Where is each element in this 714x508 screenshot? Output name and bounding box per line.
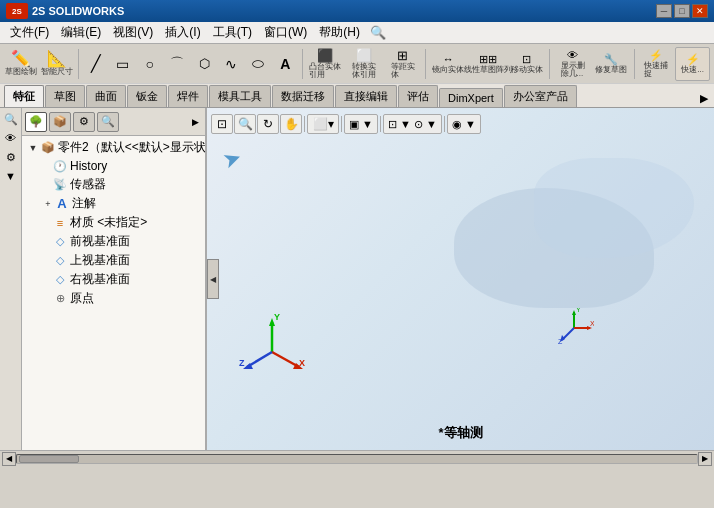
tree-item-origin[interactable]: ⊕ 原点 <box>22 289 205 308</box>
tab-evaluate[interactable]: 评估 <box>398 85 438 107</box>
tree-item-history[interactable]: 🕐 History <box>22 157 205 175</box>
annotation-expand-icon[interactable]: + <box>42 197 54 211</box>
show-delete-icon: 👁 <box>567 50 578 61</box>
tab-office[interactable]: 办公室产品 <box>504 85 577 107</box>
origin-expand <box>42 292 52 306</box>
menu-window[interactable]: 窗口(W) <box>258 22 313 43</box>
menubar: 文件(F) 编辑(E) 视图(V) 插入(I) 工具(T) 窗口(W) 帮助(H… <box>0 22 714 44</box>
equal-button[interactable]: ⊞ 等距实体 <box>384 47 421 81</box>
st-view-button[interactable]: 👁 <box>2 129 20 147</box>
feature-tree: ▼ 📦 零件2（默认<<默认>显示状态 🕐 History 📡 传感器 <box>22 136 205 450</box>
tab-direct[interactable]: 直接编辑 <box>335 85 397 107</box>
ellipse-button[interactable]: ⬭ <box>246 51 271 77</box>
scroll-left-button[interactable]: ◀ <box>2 452 16 466</box>
pattern-label: 线性草图阵列 <box>464 66 512 74</box>
axis-bottom-indicator: Y X Z <box>237 312 307 380</box>
panel-tab-tree[interactable]: 🌳 <box>25 112 47 132</box>
material-icon: ≡ <box>52 215 68 231</box>
menu-help[interactable]: 帮助(H) <box>313 22 366 43</box>
tree-item-material[interactable]: ≡ 材质 <未指定> <box>22 213 205 232</box>
move-label: 移动实体 <box>511 66 543 74</box>
smart-dim-button[interactable]: 📐 智能尺寸 <box>40 47 74 81</box>
circle-button[interactable]: ○ <box>137 51 162 77</box>
panel-tab-more-icon[interactable]: ▶ <box>188 115 202 129</box>
rotate-button[interactable]: ↻ <box>257 114 279 134</box>
tab-mold[interactable]: 模具工具 <box>209 85 271 107</box>
tab-dimxpert[interactable]: DimXpert <box>439 88 503 107</box>
scroll-thumb[interactable] <box>19 455 79 463</box>
maximize-button[interactable]: □ <box>674 4 690 18</box>
menu-edit[interactable]: 编辑(E) <box>55 22 107 43</box>
tab-feature[interactable]: 特征 <box>4 85 44 107</box>
scroll-right-button[interactable]: ▶ <box>698 452 712 466</box>
move-button[interactable]: ⊡ 移动实体 <box>509 47 546 81</box>
line-button[interactable]: ╱ <box>83 51 108 77</box>
appearance-dropdown[interactable]: ◉ ▼ <box>447 114 481 134</box>
minimize-button[interactable]: ─ <box>656 4 672 18</box>
tree-item-top-plane[interactable]: ◇ 上视基准面 <box>22 251 205 270</box>
search-icon[interactable]: 🔍 <box>370 25 386 40</box>
tab-surface[interactable]: 曲面 <box>86 85 126 107</box>
feature-panel: 🌳 📦 ⚙ 🔍 ▶ ▼ 📦 零件2（默认<<默认>显示状态 🕐 History <box>22 108 207 450</box>
tree-item-right-plane[interactable]: ◇ 右视基准面 <box>22 270 205 289</box>
display-mode-dropdown[interactable]: ▣ ▼ <box>344 114 378 134</box>
tab-migrate[interactable]: 数据迁移 <box>272 85 334 107</box>
bottom-scrollbar[interactable]: ◀ ▶ <box>0 450 714 466</box>
sketch-draw-label: 草图绘制 <box>5 68 37 76</box>
text-button[interactable]: A <box>273 51 298 77</box>
pattern-button[interactable]: ⊞⊞ 线性草图阵列 <box>469 47 507 81</box>
rect-button[interactable]: ▭ <box>110 51 135 77</box>
panel-tab-config[interactable]: ⚙ <box>73 112 95 132</box>
view-selector-button[interactable]: ⬜▾ <box>307 114 339 134</box>
section-dropdown[interactable]: ⊡ ▼ ⊙ ▼ <box>383 114 442 134</box>
menu-file[interactable]: 文件(F) <box>4 22 55 43</box>
menu-insert[interactable]: 插入(I) <box>159 22 206 43</box>
menu-view[interactable]: 视图(V) <box>107 22 159 43</box>
boss-extrude-button[interactable]: ⬛ 凸台实体引用 <box>307 47 344 81</box>
show-delete-button[interactable]: 👁 显示删除几... <box>554 47 591 81</box>
tab-weldment[interactable]: 焊件 <box>168 85 208 107</box>
sketch-draw-button[interactable]: ✏️ 草图绘制 <box>4 47 38 81</box>
quick-btn2[interactable]: ⚡ 快速... <box>675 47 710 81</box>
panel-tab-search[interactable]: 🔍 <box>97 112 119 132</box>
root-expand-icon[interactable]: ▼ <box>26 141 40 155</box>
move-icon: ⊡ <box>522 54 531 65</box>
repair-sketch-label: 修复草图 <box>595 66 627 74</box>
panel-tab-property[interactable]: 📦 <box>49 112 71 132</box>
right-plane-icon: ◇ <box>52 272 68 288</box>
top-plane-label: 上视基准面 <box>70 252 130 269</box>
annotation-icon: A <box>54 196 70 212</box>
arc-button[interactable]: ⌒ <box>164 51 189 77</box>
tab-overflow-icon[interactable]: ▶ <box>698 90 710 107</box>
st-filter-button[interactable]: ▼ <box>2 167 20 185</box>
sketch-draw-icon: ✏️ <box>11 51 31 67</box>
tree-root-item[interactable]: ▼ 📦 零件2（默认<<默认>显示状态 <box>22 138 205 157</box>
tab-sheetmetal[interactable]: 钣金 <box>127 85 167 107</box>
collapse-panel-button[interactable]: ◀ <box>207 259 219 299</box>
polygon-button[interactable]: ⬡ <box>191 51 216 77</box>
st-search-button[interactable]: 🔍 <box>2 110 20 128</box>
zoom-in-button[interactable]: 🔍 <box>234 114 256 134</box>
tree-item-annotation[interactable]: + A 注解 <box>22 194 205 213</box>
menu-tools[interactable]: 工具(T) <box>207 22 258 43</box>
tab-sketch[interactable]: 草图 <box>45 85 85 107</box>
cut-extrude-button[interactable]: ⬜ 转换实体引用 <box>346 47 383 81</box>
feature-tabs: 特征 草图 曲面 钣金 焊件 模具工具 数据迁移 直接编辑 评估 DimXper… <box>0 84 714 108</box>
spline-button[interactable]: ∿ <box>219 51 244 77</box>
pan-button[interactable]: ✋ <box>280 114 302 134</box>
close-button[interactable]: ✕ <box>692 4 708 18</box>
titlebar: 2S 2S SOLIDWORKS ─ □ ✕ <box>0 0 714 22</box>
separator1 <box>78 49 79 79</box>
vp-sep3 <box>380 116 381 132</box>
viewport[interactable]: ⊡ 🔍 ↻ ✋ ⬜▾ ▣ ▼ ⊡ ▼ ⊙ ▼ ◉ ▼ ➤ <box>207 108 714 450</box>
scroll-track[interactable] <box>16 454 698 464</box>
svg-text:Z: Z <box>558 338 563 345</box>
repair-sketch-button[interactable]: 🔧 修复草图 <box>593 47 630 81</box>
tree-item-sensor[interactable]: 📡 传感器 <box>22 175 205 194</box>
mirror-button[interactable]: ↔ 镜向实体 <box>430 47 467 81</box>
zoom-to-fit-button[interactable]: ⊡ <box>211 114 233 134</box>
tree-item-front-plane[interactable]: ◇ 前视基准面 <box>22 232 205 251</box>
st-config-button[interactable]: ⚙ <box>2 148 20 166</box>
equal-label: 等距实体 <box>391 63 415 79</box>
quick-snap-button[interactable]: ⚡ 快速捕捉 <box>639 47 674 81</box>
